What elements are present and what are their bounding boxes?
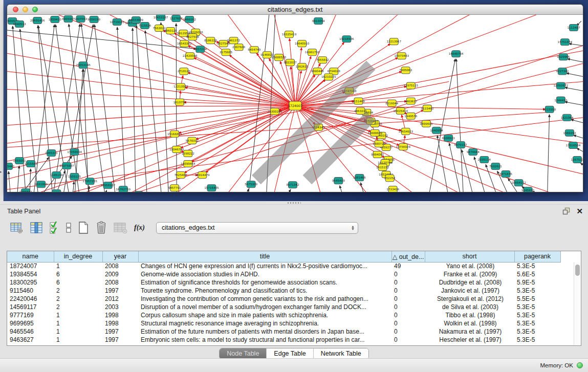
zoom-window-icon[interactable] [32, 7, 38, 12]
side-gutter: ▸ [0, 0, 4, 201]
column-visibility-button[interactable] [30, 221, 43, 235]
network-canvas[interactable]: 2405572184051320691406185941089059971407… [7, 15, 583, 192]
close-window-icon[interactable] [13, 7, 18, 12]
tab-network-table[interactable]: Network Table [314, 348, 368, 359]
table-row[interactable]: 911546021997Tourette syndrome. Phenomeno… [7, 287, 560, 295]
table-settings-button[interactable] [10, 221, 24, 235]
graph-edge[interactable] [532, 192, 540, 192]
network-window-title: citations_edges.txt [268, 6, 323, 13]
table-row[interactable]: 946362711997Embryonic stem cells: a mode… [7, 336, 560, 344]
network-view-window[interactable]: citations_edges.txt 24055721840513206914… [7, 4, 583, 192]
float-panel-icon[interactable] [562, 207, 570, 215]
table-select-value: citations_edges.txt [162, 224, 351, 231]
fx-icon: f(x) [134, 224, 145, 232]
window-resize-grip[interactable] [7, 14, 582, 192]
table-panel-title: Table Panel [7, 208, 562, 215]
close-panel-icon[interactable]: ✕ [576, 207, 583, 215]
delete-column-button[interactable] [95, 221, 107, 235]
column-header-out_de[interactable]: △ out_de... [391, 251, 425, 262]
table-row[interactable]: 1830029562008Estimation of significance … [7, 278, 560, 287]
minimize-window-icon[interactable] [23, 7, 28, 12]
panel-splitter[interactable] [0, 201, 588, 205]
table-row[interactable]: 1938455462009Genome-wide association stu… [7, 270, 560, 278]
column-header-short[interactable]: short [425, 251, 514, 262]
network-window-titlebar[interactable]: citations_edges.txt [7, 5, 583, 15]
column-header-in_degree[interactable]: in_degree [54, 251, 102, 262]
function-builder-button[interactable]: f(x) [134, 221, 145, 235]
select-columns-button[interactable] [49, 221, 59, 235]
column-header-pagerank[interactable]: pagerank [514, 251, 560, 262]
collapse-handle-icon[interactable]: ▸ [0, 170, 2, 173]
column-header-title[interactable]: title [138, 251, 391, 262]
table-row[interactable]: 1456911722003Disruption of a novel membe… [7, 303, 560, 311]
create-column-button[interactable] [78, 221, 89, 235]
tab-edge-table[interactable]: Edge Table [267, 348, 313, 359]
table-row[interactable]: 969969511998Structural magnetic resonanc… [7, 319, 560, 327]
memory-ok-icon [577, 362, 583, 368]
delete-table-button[interactable] [114, 221, 128, 235]
memory-status-label: Memory: OK [540, 362, 573, 368]
dropdown-arrows-icon: ▲▼ [351, 225, 355, 230]
table-row[interactable]: 1872400712008Changes of HCN gene express… [7, 262, 560, 270]
tab-node-table[interactable]: Node Table [220, 348, 267, 359]
row-selection-button[interactable] [66, 221, 72, 235]
table-scrollbar-thumb[interactable] [575, 265, 580, 276]
table-scrollbar[interactable] [574, 262, 580, 345]
table-toolbar: f(x) citations_edges.txt ▲▼ [0, 217, 588, 238]
node-table[interactable]: namein_degreeyeartitle△ out_de...shortpa… [7, 251, 581, 346]
column-header-name[interactable]: name [7, 251, 54, 262]
table-row[interactable]: 2242004622012Investigating the contribut… [7, 295, 560, 303]
table-row[interactable]: 977716911998Corpus callosum shape and si… [7, 311, 560, 319]
table-row[interactable]: 946554611997Estimation of the future num… [7, 327, 560, 336]
table-select-dropdown[interactable]: citations_edges.txt ▲▼ [156, 222, 358, 234]
table-panel: Table Panel ✕ [0, 201, 588, 358]
network-desktop: ▸ citations_edges.txt [0, 0, 588, 201]
column-header-year[interactable]: year [102, 251, 138, 262]
status-bar: Memory: OK [0, 358, 588, 372]
